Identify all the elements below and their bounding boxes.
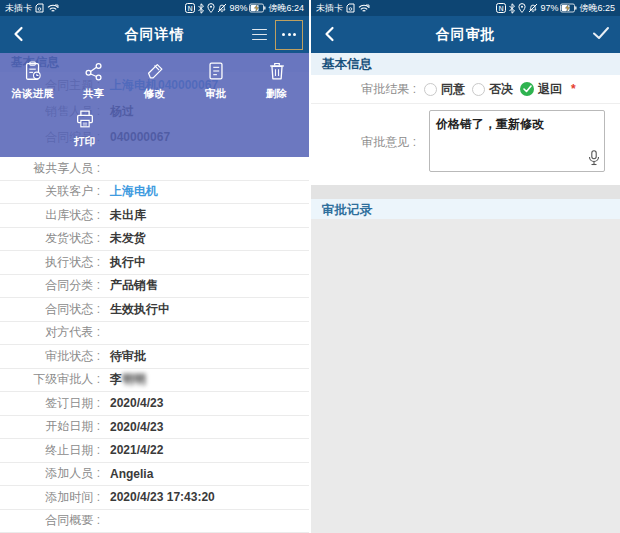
field-row: 执行状态 :执行中 bbox=[0, 251, 309, 275]
approval-opinion-row: 审批意见 : 价格错了，重新修改 bbox=[311, 104, 620, 185]
field-label: 下级审批人 : bbox=[0, 371, 100, 388]
status-bar: 未插卡 N 97% 傍晚6:25 bbox=[311, 0, 620, 16]
erase-icon bbox=[144, 59, 166, 83]
trash-icon bbox=[266, 59, 288, 83]
svg-text:N: N bbox=[499, 5, 504, 13]
battery-percent: 97% bbox=[540, 3, 558, 13]
field-row: 关联客户 :上海电机 bbox=[0, 181, 309, 205]
sim-icon bbox=[346, 3, 355, 13]
field-value: 生效执行中 bbox=[110, 301, 170, 318]
empty-records-area bbox=[311, 219, 620, 533]
share-icon bbox=[83, 59, 105, 83]
field-value: 李明明 bbox=[110, 371, 146, 388]
menu-item-print[interactable]: 打印 bbox=[54, 107, 115, 149]
mute-icon bbox=[528, 3, 538, 13]
bluetooth-icon bbox=[197, 3, 205, 14]
field-value: 2020/4/23 bbox=[110, 420, 163, 434]
approval-result-label: 审批结果 : bbox=[311, 81, 416, 98]
wifi-icon bbox=[358, 4, 370, 13]
field-label: 合同分类 : bbox=[0, 277, 100, 294]
hamburger-icon[interactable] bbox=[250, 25, 269, 45]
field-label: 对方代表 : bbox=[0, 324, 100, 341]
action-menu: 洽谈进展 共享 修改 审批 删除 bbox=[2, 59, 307, 101]
radio-unselected-icon bbox=[424, 83, 437, 96]
clock-time: 傍晚6:25 bbox=[579, 2, 615, 15]
redacted-name: 明明 bbox=[122, 372, 146, 386]
field-label: 出库状态 : bbox=[0, 207, 100, 224]
field-label: 合同概要 : bbox=[0, 512, 100, 529]
field-row: 下级审批人 :李明明 bbox=[0, 369, 309, 393]
nfc-icon: N bbox=[496, 3, 506, 13]
menu-item-label: 洽谈进展 bbox=[12, 87, 54, 101]
printer-icon bbox=[74, 107, 96, 131]
radio-unselected-icon bbox=[472, 83, 485, 96]
menu-item-approve[interactable]: 审批 bbox=[185, 59, 246, 101]
sim-icon bbox=[35, 3, 44, 13]
battery-charging-icon bbox=[249, 3, 266, 13]
field-label: 被共享人员 : bbox=[0, 160, 100, 177]
nfc-icon: N bbox=[185, 3, 195, 13]
section-divider bbox=[311, 185, 620, 199]
section-header-approval-records: 审批记录 bbox=[311, 199, 620, 221]
field-value: 2020/4/23 17:43:20 bbox=[110, 490, 215, 504]
menu-item-edit[interactable]: 修改 bbox=[124, 59, 185, 101]
approval-result-row: 审批结果 : 同意 否决 退回 * bbox=[311, 75, 620, 104]
menu-item-label: 修改 bbox=[144, 87, 165, 101]
menu-item-delete[interactable]: 删除 bbox=[246, 59, 307, 101]
menu-item-share[interactable]: 共享 bbox=[63, 59, 124, 101]
contract-detail-screen: 未插卡 N 98% 傍晚6:24 合同详情 基本信息 bbox=[0, 0, 309, 533]
field-label: 合同状态 : bbox=[0, 301, 100, 318]
field-row: 发货状态 :未发货 bbox=[0, 228, 309, 252]
check-icon[interactable] bbox=[592, 25, 610, 45]
menu-item-label: 打印 bbox=[74, 135, 95, 149]
field-label: 开始日期 : bbox=[0, 418, 100, 435]
contract-field-list: 被共享人员 :关联客户 :上海电机出库状态 :未出库发货状态 :未发货执行状态 … bbox=[0, 157, 309, 533]
more-dots-icon[interactable] bbox=[275, 20, 303, 50]
field-value: 执行中 bbox=[110, 254, 146, 271]
field-row: 出库状态 :未出库 bbox=[0, 204, 309, 228]
menu-item-negotiation-progress[interactable]: 洽谈进展 bbox=[2, 59, 63, 101]
microphone-icon[interactable] bbox=[588, 150, 600, 169]
location-icon bbox=[207, 3, 215, 13]
field-value-link[interactable]: 上海电机 bbox=[110, 183, 158, 200]
field-value: 产品销售 bbox=[110, 277, 158, 294]
field-value: 未发货 bbox=[110, 230, 146, 247]
field-row: 合同状态 :生效执行中 bbox=[0, 298, 309, 322]
negotiation-progress-icon bbox=[22, 59, 44, 83]
menu-item-label: 共享 bbox=[83, 87, 104, 101]
location-icon bbox=[518, 3, 526, 13]
field-row: 开始日期 :2020/4/23 bbox=[0, 416, 309, 440]
field-label: 执行状态 : bbox=[0, 254, 100, 271]
page-title: 合同审批 bbox=[311, 26, 620, 44]
nav-bar: 合同审批 bbox=[311, 16, 620, 53]
wifi-icon bbox=[47, 4, 59, 13]
field-row: 审批状态 :待审批 bbox=[0, 345, 309, 369]
field-row: 签订日期 :2020/4/23 bbox=[0, 392, 309, 416]
field-label: 终止日期 : bbox=[0, 442, 100, 459]
field-value: 未出库 bbox=[110, 207, 146, 224]
field-label: 签订日期 : bbox=[0, 395, 100, 412]
radio-option-return[interactable]: 退回 bbox=[520, 81, 562, 98]
field-row: 添加人员 :Angelia bbox=[0, 463, 309, 487]
field-value: 待审批 bbox=[110, 348, 146, 365]
contract-approval-screen: 未插卡 N 97% 傍晚6:25 合同审批 基本信息 审批结果 : bbox=[311, 0, 620, 533]
field-label: 审批状态 : bbox=[0, 348, 100, 365]
approval-opinion-input[interactable]: 价格错了，重新修改 bbox=[429, 110, 605, 172]
field-value: 2021/4/22 bbox=[110, 443, 163, 457]
menu-item-label: 删除 bbox=[266, 87, 287, 101]
approve-doc-icon bbox=[205, 59, 227, 83]
radio-selected-check-icon bbox=[520, 82, 534, 96]
status-bar: 未插卡 N 98% 傍晚6:24 bbox=[0, 0, 309, 16]
field-label: 发货状态 : bbox=[0, 230, 100, 247]
field-label: 关联客户 : bbox=[0, 183, 100, 200]
no-sim-label: 未插卡 bbox=[5, 2, 32, 15]
radio-option-reject[interactable]: 否决 bbox=[472, 81, 513, 98]
field-row: 被共享人员 : bbox=[0, 157, 309, 181]
bluetooth-icon bbox=[508, 3, 516, 14]
radio-option-agree[interactable]: 同意 bbox=[424, 81, 465, 98]
field-value: 2020/4/23 bbox=[110, 396, 163, 410]
dual-screenshot-canvas: 未插卡 N 98% 傍晚6:24 合同详情 基本信息 bbox=[0, 0, 620, 533]
menu-item-label: 审批 bbox=[205, 87, 226, 101]
field-label: 添加时间 : bbox=[0, 489, 100, 506]
approval-opinion-label: 审批意见 : bbox=[311, 134, 416, 151]
